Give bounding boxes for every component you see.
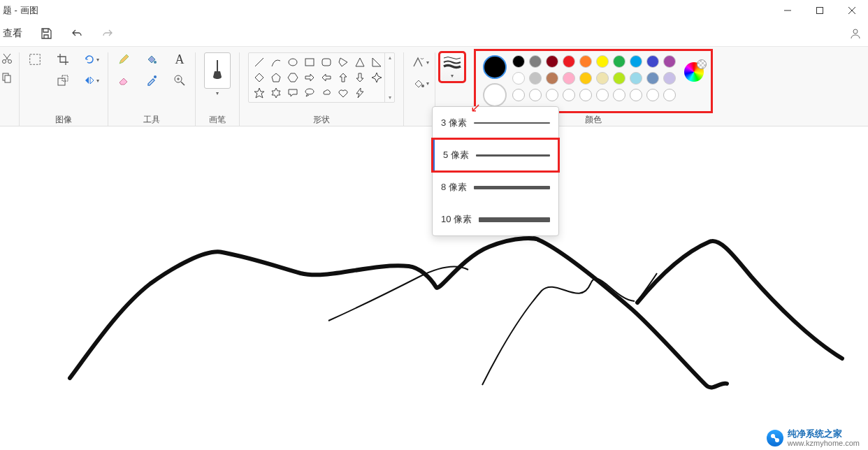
svg-marker-25 <box>255 73 263 82</box>
shape-diamond[interactable] <box>253 71 266 84</box>
color-swatch-empty[interactable] <box>563 89 575 101</box>
annotation-arrow-icon: ↙ <box>470 100 481 115</box>
edit-colors-button[interactable] <box>684 62 704 82</box>
stroke-width-button[interactable]: ▾ <box>440 52 465 82</box>
shape-arrow-left[interactable] <box>320 71 333 84</box>
color-swatch[interactable] <box>579 72 592 85</box>
color-swatch-empty[interactable] <box>630 89 642 101</box>
shape-line[interactable] <box>253 56 266 68</box>
eraser-icon[interactable] <box>117 73 131 87</box>
shape-outline-dropdown[interactable]: ▾ <box>412 57 429 68</box>
svg-point-4 <box>853 29 858 34</box>
color-swatch[interactable] <box>546 55 558 68</box>
stroke-preview-line <box>474 186 550 189</box>
stroke-option[interactable]: 10 像素 <box>433 203 558 235</box>
shape-arrow-up[interactable] <box>337 71 349 84</box>
redo-icon[interactable] <box>101 27 115 41</box>
color-swatch-empty[interactable] <box>596 89 609 101</box>
shape-arrow-right[interactable] <box>303 71 316 84</box>
shape-right-triangle[interactable] <box>370 56 383 68</box>
shape-triangle[interactable] <box>354 56 366 68</box>
crop-icon[interactable] <box>56 52 70 66</box>
shape-callout-oval[interactable] <box>303 87 316 99</box>
color-swatch[interactable] <box>630 72 642 85</box>
resize-icon[interactable] <box>56 73 70 87</box>
svg-point-12 <box>154 61 157 64</box>
close-button[interactable] <box>836 1 868 20</box>
shape-rect[interactable] <box>303 56 316 68</box>
brush-button[interactable] <box>204 52 231 89</box>
select-rect-icon[interactable] <box>28 52 42 66</box>
shape-round-rect[interactable] <box>320 56 333 68</box>
pencil-icon[interactable] <box>117 52 131 66</box>
shape-polygon[interactable] <box>337 56 349 68</box>
chevron-down-icon[interactable]: ▾ <box>216 90 219 96</box>
shapes-scroll[interactable]: ▴▾ <box>384 53 394 102</box>
color-primary[interactable] <box>483 55 507 79</box>
color-swatch[interactable] <box>579 55 592 68</box>
maximize-button[interactable] <box>804 1 836 20</box>
color-secondary[interactable] <box>483 83 507 107</box>
watermark: 纯净系统之家 www.kzmyhome.com <box>767 429 860 447</box>
section-label: 形状 <box>313 110 330 126</box>
color-swatch[interactable] <box>663 55 676 68</box>
shape-star5[interactable] <box>253 87 266 99</box>
svg-marker-27 <box>288 73 298 82</box>
svg-rect-20 <box>305 59 314 66</box>
color-swatch-empty[interactable] <box>546 89 558 101</box>
minimize-button[interactable] <box>772 1 804 20</box>
shape-curve[interactable] <box>270 56 282 68</box>
text-icon[interactable]: A <box>173 52 187 66</box>
color-swatch[interactable] <box>512 72 525 85</box>
flip-dropdown[interactable]: ▾ <box>84 75 99 86</box>
color-swatch[interactable] <box>613 55 625 68</box>
color-swatch[interactable] <box>596 55 609 68</box>
stroke-option-label: 3 像素 <box>441 117 467 129</box>
color-swatch[interactable] <box>646 55 659 68</box>
stroke-option[interactable]: 8 像素 <box>433 171 558 203</box>
shape-callout-cloud[interactable] <box>320 87 333 99</box>
color-swatch-empty[interactable] <box>646 89 659 101</box>
account-icon[interactable] <box>848 27 862 41</box>
color-swatch[interactable] <box>646 72 659 85</box>
shape-lightning[interactable] <box>354 87 366 99</box>
color-swatch[interactable] <box>596 72 609 85</box>
shape-heart[interactable] <box>337 87 349 99</box>
color-swatch[interactable] <box>512 55 525 68</box>
shape-pentagon[interactable] <box>270 71 282 84</box>
color-swatch[interactable] <box>563 55 575 68</box>
color-swatch[interactable] <box>529 55 542 68</box>
shape-hexagon[interactable] <box>287 71 299 84</box>
zoom-icon[interactable] <box>173 73 187 87</box>
shape-oval[interactable] <box>287 56 299 68</box>
color-swatch[interactable] <box>613 72 625 85</box>
view-tab[interactable]: 查看 <box>3 27 22 40</box>
color-swatch-empty[interactable] <box>613 89 625 101</box>
color-picker-icon[interactable] <box>145 73 159 87</box>
svg-marker-23 <box>356 58 364 66</box>
color-swatch[interactable] <box>546 72 558 85</box>
undo-icon[interactable] <box>70 27 84 41</box>
shape-star4[interactable] <box>370 71 383 84</box>
color-swatch-empty[interactable] <box>529 89 542 101</box>
color-swatch[interactable] <box>563 72 575 85</box>
cut-button[interactable] <box>1 52 13 65</box>
shape-fill-dropdown[interactable]: ▾ <box>412 78 429 89</box>
color-swatch[interactable] <box>529 72 542 85</box>
stroke-option[interactable]: 5 像素 <box>433 139 558 171</box>
save-icon[interactable] <box>39 27 53 41</box>
svg-marker-32 <box>356 88 363 98</box>
copy-button[interactable] <box>1 72 13 83</box>
fill-icon[interactable] <box>145 52 159 66</box>
color-swatch-empty[interactable] <box>663 89 676 101</box>
rotate-dropdown[interactable]: ▾ <box>84 54 99 65</box>
shapes-gallery[interactable]: ▴▾ <box>248 52 395 103</box>
shape-star6[interactable] <box>270 87 282 99</box>
color-swatch-empty[interactable] <box>512 89 525 101</box>
stroke-option[interactable]: 3 像素 <box>433 107 558 139</box>
color-swatch[interactable] <box>663 72 676 85</box>
color-swatch[interactable] <box>630 55 642 68</box>
shape-arrow-down[interactable] <box>354 71 366 84</box>
shape-callout-rounded[interactable] <box>287 87 299 99</box>
color-swatch-empty[interactable] <box>579 89 592 101</box>
